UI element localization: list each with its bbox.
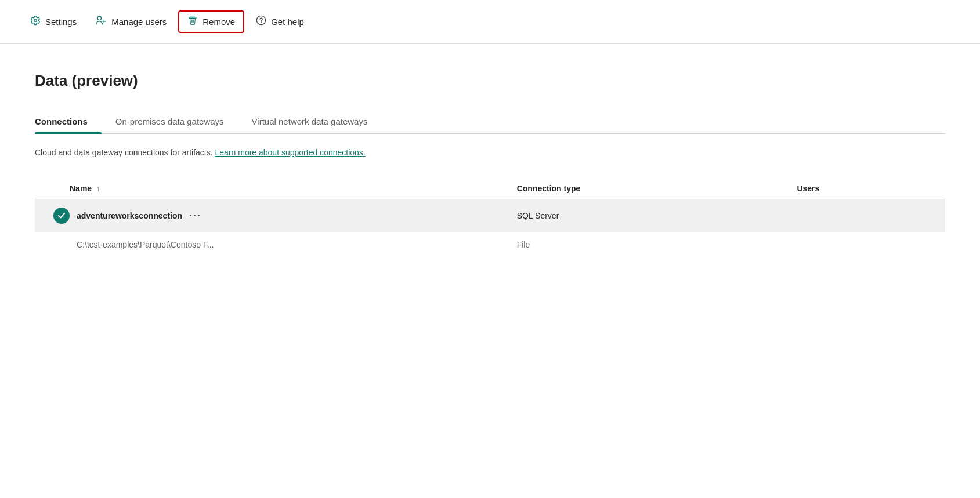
learn-more-link[interactable]: Learn more about supported connections. xyxy=(215,148,366,157)
row-cell-name-2: C:\test-examples\Parquet\Contoso F... xyxy=(44,240,498,249)
manage-users-label: Manage users xyxy=(111,17,167,27)
svg-point-0 xyxy=(97,16,101,20)
tab-onpremises[interactable]: On-premises data gateways xyxy=(115,111,238,133)
col-header-connection-type: Connection type xyxy=(508,178,788,199)
data-table: Name ↑ Connection type Users xyxy=(35,178,945,257)
page-title: Data (preview) xyxy=(35,72,945,90)
remove-label: Remove xyxy=(202,17,235,27)
remove-button[interactable]: Remove xyxy=(178,10,244,33)
manage-users-icon xyxy=(95,15,107,28)
cell-conntype-1: SQL Server xyxy=(508,199,788,232)
cell-name-1: adventureworksconnection ··· xyxy=(35,199,508,232)
svg-rect-1 xyxy=(189,17,197,19)
description: Cloud and data gateway connections for a… xyxy=(35,148,945,157)
manage-users-button[interactable]: Manage users xyxy=(88,10,173,33)
table-row[interactable]: C:\test-examples\Parquet\Contoso F... Fi… xyxy=(35,232,945,257)
settings-icon xyxy=(30,15,41,28)
get-help-label: Get help xyxy=(271,17,304,27)
tab-connections[interactable]: Connections xyxy=(35,111,102,133)
ellipsis-menu-1[interactable]: ··· xyxy=(189,210,201,222)
tabs: Connections On-premises data gateways Vi… xyxy=(35,111,945,134)
connection-name-2: C:\test-examples\Parquet\Contoso F... xyxy=(77,240,214,249)
row-cell-name-1: adventureworksconnection ··· xyxy=(44,208,498,224)
table-row[interactable]: adventureworksconnection ··· SQL Server xyxy=(35,199,945,232)
col-header-name: Name ↑ xyxy=(35,178,508,199)
cell-conntype-2: File xyxy=(508,232,788,257)
cell-users-2 xyxy=(787,232,945,257)
remove-icon xyxy=(187,15,198,28)
cell-name-2: C:\test-examples\Parquet\Contoso F... xyxy=(35,232,508,257)
selected-check-icon xyxy=(53,208,70,224)
toolbar: Settings Manage users Remove xyxy=(0,0,980,44)
settings-label: Settings xyxy=(45,17,77,27)
col-header-users: Users xyxy=(787,178,945,199)
settings-button[interactable]: Settings xyxy=(23,10,84,33)
sort-arrow-icon: ↑ xyxy=(96,185,100,193)
cell-users-1 xyxy=(787,199,945,232)
get-help-button[interactable]: Get help xyxy=(249,10,311,33)
connection-name-1: adventureworksconnection xyxy=(77,211,182,220)
get-help-icon xyxy=(256,15,266,28)
tab-virtualnetwork[interactable]: Virtual network data gateways xyxy=(252,111,382,133)
table-header-row: Name ↑ Connection type Users xyxy=(35,178,945,199)
main-content: Data (preview) Connections On-premises d… xyxy=(0,44,980,285)
